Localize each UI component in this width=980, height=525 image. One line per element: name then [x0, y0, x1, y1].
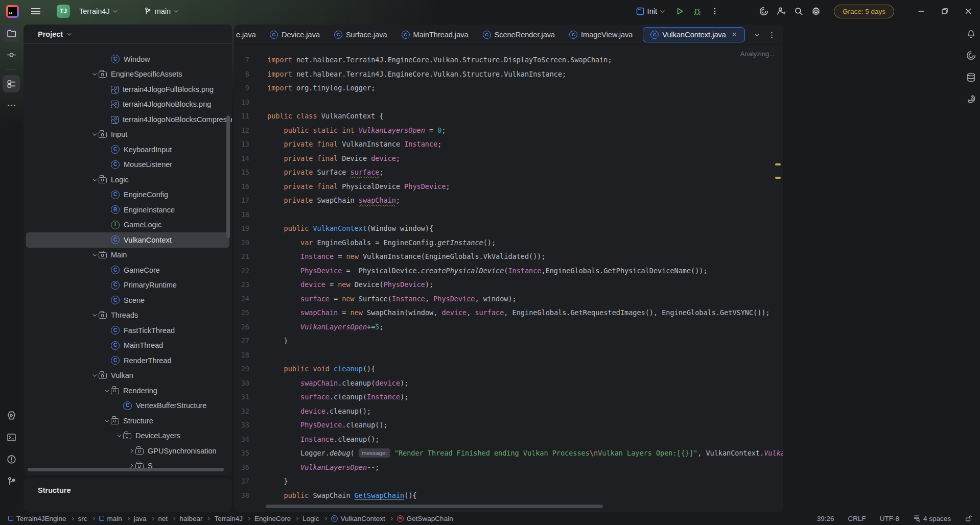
tree-item-VertexBufferStructure[interactable]: CVertexBufferStructure: [26, 398, 229, 414]
tree-item-Logic[interactable]: Logic: [26, 172, 229, 187]
tool-button-problems[interactable]: [3, 450, 20, 468]
line-number[interactable]: 34: [234, 433, 249, 447]
code-line[interactable]: 14 private final Device device;: [234, 152, 783, 166]
tree-item-EngineSpecificAssets[interactable]: EngineSpecificAssets: [26, 67, 229, 82]
code-with-me-button[interactable]: [773, 3, 790, 20]
warning-stripe-mark[interactable]: [775, 163, 781, 165]
code-line[interactable]: 19 public VulkanContext(Window window){: [234, 222, 783, 236]
file-writable-toggle[interactable]: [965, 515, 972, 522]
code-line[interactable]: 22 PhysDevice = PhysicalDevice.createPhy…: [234, 264, 783, 278]
tree-item-terrain4JlogoNoBlocksCompressed.png[interactable]: terrain4JlogoNoBlocksCompressed.png: [26, 112, 229, 127]
tool-button-ai-assistant[interactable]: [962, 46, 979, 64]
breadcrumb-item-main[interactable]: main: [99, 515, 122, 522]
project-tree-horizontal-scrollbar[interactable]: [28, 468, 224, 471]
code-line[interactable]: 29 public void cleanup(){: [234, 362, 783, 376]
line-number[interactable]: 38: [234, 489, 249, 503]
breadcrumb-item-EngineCore[interactable]: EngineCore: [254, 515, 291, 522]
breadcrumb-item-java[interactable]: java: [134, 515, 147, 522]
line-number[interactable]: 25: [234, 306, 249, 320]
window-close-button[interactable]: [956, 0, 980, 22]
tree-chevron-slot[interactable]: [126, 449, 135, 452]
code-line[interactable]: 9import org.tinylog.Logger;: [234, 81, 783, 96]
window-restore-button[interactable]: [933, 0, 956, 22]
breadcrumb-item-Terrain4JEngine[interactable]: Terrain4JEngine: [8, 515, 66, 522]
line-number[interactable]: 29: [234, 362, 249, 376]
line-number[interactable]: 9: [234, 81, 249, 96]
tree-item-Vulkan[interactable]: Vulkan: [26, 368, 229, 384]
line-number[interactable]: 30: [234, 376, 249, 391]
code-line[interactable]: 13 private final VulkanInstance Instance…: [234, 137, 783, 152]
tree-chevron-slot[interactable]: [101, 419, 111, 422]
run-configuration-select[interactable]: Init: [632, 5, 667, 18]
code-line[interactable]: 30 swapChain.cleanup(device);: [234, 376, 783, 391]
tool-button-project-folder[interactable]: [3, 25, 20, 42]
code-line[interactable]: 18: [234, 208, 783, 222]
code-line[interactable]: 11public class VulkanContext {: [234, 109, 783, 124]
breadcrumb-item-GetSwapChain[interactable]: mGetSwapChain: [397, 515, 453, 522]
code-line[interactable]: 10: [234, 96, 783, 110]
tree-item-Scene[interactable]: CScene: [26, 293, 229, 308]
tree-chevron-slot[interactable]: [89, 178, 99, 181]
debug-button[interactable]: [689, 3, 706, 20]
line-number[interactable]: 22: [234, 264, 249, 278]
code-area[interactable]: 7import net.halbear.Terrain4J.EngineCore…: [234, 45, 783, 512]
tree-item-FastTickThread[interactable]: CFastTickThread: [26, 323, 229, 338]
code-line[interactable]: 23 device = new Device(PhysDevice);: [234, 278, 783, 292]
code-line[interactable]: 25 swapChain = new SwapChain(window, dev…: [234, 306, 783, 320]
code-line[interactable]: 37 }: [234, 474, 783, 489]
tool-button-database[interactable]: [962, 68, 979, 86]
search-everywhere-button[interactable]: [790, 3, 807, 20]
code-line[interactable]: 20 var EngineGlobals = EngineConfig.getI…: [234, 236, 783, 250]
breadcrumb-item-halbear[interactable]: halbear: [179, 515, 202, 522]
line-number[interactable]: 37: [234, 474, 249, 489]
line-number[interactable]: 16: [234, 180, 249, 194]
tab-close-icon[interactable]: ✕: [732, 31, 737, 38]
line-number[interactable]: 11: [234, 109, 249, 124]
code-line[interactable]: 28: [234, 348, 783, 363]
tree-item-Rendering[interactable]: Rendering: [26, 383, 229, 398]
line-number[interactable]: 32: [234, 404, 249, 419]
tree-item-DeviceLayers[interactable]: DeviceLayers: [26, 428, 229, 444]
tool-button-terminal[interactable]: [3, 428, 20, 446]
line-number[interactable]: 20: [234, 236, 249, 250]
project-tree-vertical-scrollbar[interactable]: [226, 115, 230, 238]
tree-item-GPUSynchronisation[interactable]: GPUSynchronisation: [26, 443, 229, 459]
tree-item-VulkanContext[interactable]: CVulkanContext: [26, 232, 229, 248]
tool-button-services[interactable]: [3, 407, 20, 424]
code-line[interactable]: 21 Instance = new VulkanInstance(EngineG…: [234, 250, 783, 264]
code-line[interactable]: 12 public static int VulkanLayersOpen = …: [234, 124, 783, 138]
line-number[interactable]: 10: [234, 96, 249, 110]
editor-horizontal-scrollbar[interactable]: [266, 505, 603, 508]
line-number[interactable]: 24: [234, 292, 249, 306]
code-line[interactable]: 26 VulkanLayersOpen+=5;: [234, 320, 783, 335]
tree-item-GameCore[interactable]: CGameCore: [26, 262, 229, 278]
tool-button-git-branch[interactable]: [3, 472, 20, 490]
line-number[interactable]: 18: [234, 208, 249, 222]
tree-item-Input[interactable]: Input: [26, 127, 229, 142]
tree-item-MouseListener[interactable]: CMouseListener: [26, 157, 229, 173]
window-minimize-button[interactable]: [909, 0, 933, 22]
line-number[interactable]: 8: [234, 67, 249, 82]
caret-position[interactable]: 39:26: [817, 515, 834, 522]
tree-chevron-slot[interactable]: [89, 133, 99, 136]
tree-item-Window[interactable]: CWindow: [26, 52, 229, 67]
vcs-branch-widget[interactable]: main: [139, 5, 181, 18]
project-panel-header[interactable]: Project: [24, 25, 232, 44]
line-ending[interactable]: CRLF: [848, 515, 866, 522]
main-menu-icon[interactable]: [31, 8, 40, 14]
code-line[interactable]: 7import net.halbear.Terrain4J.EngineCore…: [234, 53, 783, 67]
editor-tab-Device.java[interactable]: CDevice.java: [263, 25, 327, 45]
tool-button-notifications[interactable]: [962, 25, 979, 42]
line-number[interactable]: 12: [234, 124, 249, 138]
tree-chevron-slot[interactable]: [89, 73, 99, 76]
tool-button-gradle[interactable]: [962, 90, 979, 108]
editor-tab-ImageView.java[interactable]: CImageView.java: [562, 25, 640, 45]
line-number[interactable]: 7: [234, 53, 249, 67]
tree-item-RenderThread[interactable]: CRenderThread: [26, 353, 229, 368]
line-number[interactable]: 28: [234, 348, 249, 363]
code-line[interactable]: 32 device.cleanup();: [234, 404, 783, 419]
structure-panel-header[interactable]: Structure: [24, 478, 232, 512]
code-line[interactable]: 34 Instance.cleanup();: [234, 433, 783, 447]
tree-chevron-slot[interactable]: [89, 314, 99, 317]
breadcrumb-item-VulkanContext[interactable]: CVulkanContext: [331, 515, 385, 522]
